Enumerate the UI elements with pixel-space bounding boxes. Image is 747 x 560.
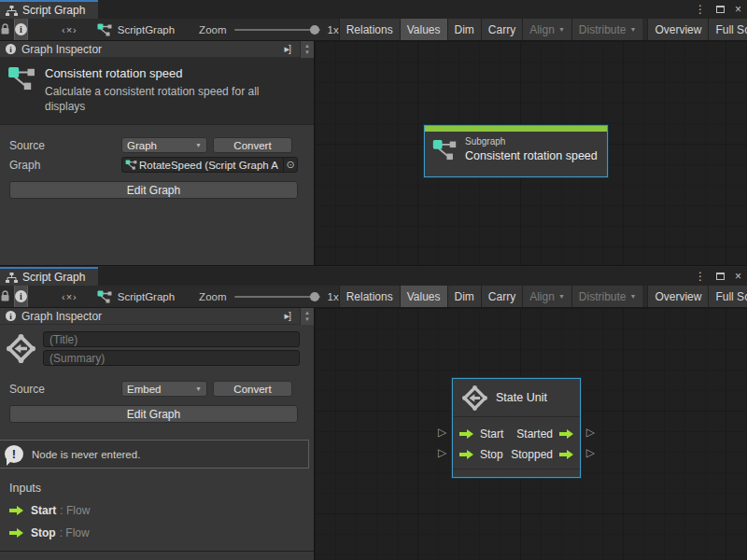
graph-description-block: Consistent rotation speed Calculate a co… [0, 58, 314, 125]
input-port-label[interactable]: Stop [480, 448, 503, 461]
port-row: Start Started [453, 424, 580, 444]
chevron-down-icon: ▼ [195, 385, 202, 392]
scroll-down-icon[interactable]: ▼ [304, 49, 310, 56]
graph-hierarchy-icon [6, 6, 18, 16]
zoom-slider-handle[interactable] [310, 25, 319, 35]
chevron-down-icon: ▼ [195, 142, 202, 148]
edit-graph-button[interactable]: Edit Graph [9, 181, 298, 199]
edit-graph-button[interactable]: Edit Graph [9, 405, 298, 423]
inspector-toggle-button[interactable]: i [14, 286, 28, 307]
source-value: Graph [127, 140, 157, 151]
dim-button[interactable]: Dim [447, 286, 481, 307]
lock-button[interactable] [0, 19, 10, 40]
input-port-label[interactable]: Start [480, 427, 503, 441]
tab-bar: Script Graph ⋮ × [0, 267, 747, 286]
values-button[interactable]: Values [400, 19, 447, 40]
port-triangle-icon[interactable]: ▷ [438, 427, 446, 438]
script-graph-icon [97, 290, 112, 303]
script-graph-icon [125, 160, 137, 170]
code-preview-button[interactable]: ‹×› [62, 286, 78, 307]
convert-button[interactable]: Convert [213, 381, 292, 397]
maximize-icon[interactable] [716, 273, 725, 280]
scroll-down-icon[interactable]: ▼ [304, 316, 310, 323]
full-screen-button[interactable]: Full Screen [708, 286, 747, 307]
output-port-label[interactable]: Started [516, 427, 553, 441]
graph-title: Consistent rotation speed [45, 66, 278, 80]
graph-object-field[interactable]: RotateSpeed (Script Graph A ⊙ [121, 157, 298, 173]
graph-object-value: RotateSpeed (Script Graph A [139, 160, 283, 171]
menu-icon[interactable]: ⋮ [695, 271, 706, 282]
dock-icon[interactable]: ▸] [284, 310, 290, 322]
relations-button[interactable]: Relations [339, 19, 400, 40]
state-unit-node[interactable]: ▷ ▷ ▷ ▷ State Unit Start Started [452, 378, 581, 478]
summary-input[interactable] [43, 350, 300, 366]
carry-button[interactable]: Carry [481, 286, 522, 307]
flow-arrow-icon [459, 450, 473, 459]
inspector-title: Graph Inspector [21, 43, 278, 56]
subgraph-node[interactable]: Subgraph Consistent rotation speed [424, 125, 608, 177]
zoom-label: Zoom [199, 24, 226, 35]
graph-row: Graph RotateSpeed (Script Graph A ⊙ [9, 157, 298, 173]
distribute-dropdown[interactable]: Distribute▼ [571, 19, 643, 40]
port-row: Stop Stopped [453, 444, 580, 465]
lock-button[interactable] [0, 286, 10, 307]
input-port-item: Start : Flow [9, 504, 314, 517]
tab-script-graph[interactable]: Script Graph [0, 0, 98, 19]
toolbar-buttons: Relations Values Dim Carry Align▼ Distri… [339, 286, 747, 307]
values-button[interactable]: Values [400, 286, 447, 307]
code-preview-button[interactable]: ‹×› [62, 19, 78, 40]
flow-arrow-icon [9, 506, 23, 515]
port-triangle-icon[interactable]: ▷ [438, 447, 446, 458]
source-dropdown[interactable]: Embed ▼ [121, 381, 207, 397]
graph-canvas[interactable]: Subgraph Consistent rotation speed [315, 41, 747, 265]
full-screen-button[interactable]: Full Screen [708, 19, 747, 40]
graph-breadcrumb[interactable]: ScriptGraph [89, 286, 175, 307]
object-picker-icon[interactable]: ⊙ [283, 158, 297, 172]
zoom-slider[interactable] [234, 296, 320, 298]
chevron-down-icon: ▼ [630, 293, 637, 300]
distribute-label: Distribute [579, 290, 627, 303]
output-port-label[interactable]: Stopped [511, 448, 553, 461]
align-dropdown[interactable]: Align▼ [522, 19, 571, 40]
distribute-label: Distribute [579, 23, 627, 36]
dim-button[interactable]: Dim [447, 19, 481, 40]
source-dropdown[interactable]: Graph ▼ [121, 137, 207, 153]
distribute-dropdown[interactable]: Distribute▼ [571, 286, 643, 307]
menu-icon[interactable]: ⋮ [695, 4, 706, 15]
tab-script-graph[interactable]: Script Graph [0, 267, 98, 286]
scroll-up-icon[interactable]: ▲ [304, 43, 310, 49]
zoom-slider[interactable] [234, 29, 320, 31]
zoom-slider-handle[interactable] [310, 292, 319, 301]
relations-button[interactable]: Relations [339, 286, 400, 307]
lock-icon [0, 23, 10, 35]
scroll-up-icon[interactable]: ▲ [304, 310, 310, 316]
graph-name-label: ScriptGraph [118, 291, 175, 302]
graph-canvas[interactable]: ▷ ▷ ▷ ▷ State Unit Start Started [315, 308, 747, 560]
window-controls: ⋮ × [695, 0, 741, 19]
port-triangle-icon[interactable]: ▷ [586, 427, 595, 438]
close-icon[interactable]: × [735, 271, 741, 282]
inspector-toggle-button[interactable]: i [14, 19, 28, 40]
align-dropdown[interactable]: Align▼ [522, 286, 571, 307]
port-name: Stop [31, 526, 56, 539]
graph-breadcrumb[interactable]: ScriptGraph [89, 19, 175, 40]
info-icon: i [15, 290, 27, 302]
chevron-down-icon: ▼ [558, 293, 565, 300]
scrollbar-arrows[interactable]: ▲▼ [300, 308, 314, 325]
convert-button[interactable]: Convert [213, 137, 292, 153]
close-icon[interactable]: × [735, 4, 741, 15]
title-input[interactable] [43, 331, 300, 347]
dock-icon[interactable]: ▸] [284, 43, 290, 55]
scrollbar-arrows[interactable]: ▲▼ [300, 41, 314, 58]
maximize-icon[interactable] [716, 6, 725, 13]
input-port-item: Stop : Flow [9, 526, 314, 539]
source-row: Source Embed ▼ Convert [9, 381, 298, 397]
warning-icon: ! [5, 445, 23, 463]
carry-button[interactable]: Carry [481, 19, 522, 40]
overview-button[interactable]: Overview [647, 286, 708, 307]
overview-button[interactable]: Overview [647, 19, 708, 40]
port-triangle-icon[interactable]: ▷ [586, 447, 595, 458]
subgraph-node-body: Subgraph Consistent rotation speed [425, 132, 607, 168]
tab-label: Script Graph [22, 271, 85, 284]
code-icon: ‹×› [62, 24, 78, 35]
